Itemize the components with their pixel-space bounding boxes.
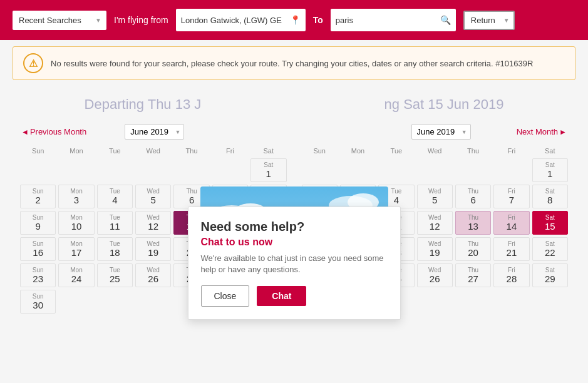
prev-month-nav[interactable]: ◄ Previous Month — [21, 127, 86, 136]
day-number: 2 — [36, 195, 41, 205]
day-cell[interactable]: Wed26 — [135, 263, 171, 287]
calendar-cell[interactable]: Tue25 — [96, 262, 134, 289]
calendar-cell[interactable]: Mon10 — [57, 210, 95, 236]
calendar-cell[interactable]: Tue11 — [96, 210, 134, 236]
day-cell[interactable]: Sat8 — [532, 185, 568, 208]
left-month-wrapper[interactable]: June 2019 — [125, 124, 184, 140]
calendar-cell[interactable]: Wed26 — [416, 262, 454, 289]
chat-button[interactable]: Chat — [257, 286, 306, 306]
day-cell[interactable]: Wed12 — [417, 211, 453, 235]
right-month-select[interactable]: June 2019 — [411, 124, 471, 140]
left-month-select[interactable]: June 2019 — [125, 124, 184, 140]
calendar-cell[interactable]: Sat15 — [531, 210, 569, 236]
day-cell[interactable]: Thu6 — [455, 185, 491, 208]
calendar-cell[interactable]: Sat1 — [249, 157, 287, 183]
calendar-cell[interactable]: Wed12 — [134, 210, 172, 236]
day-of-week-header: Sun — [19, 145, 57, 157]
calendar-cell[interactable]: Thu6 — [454, 183, 492, 210]
calendar-cell[interactable]: Mon17 — [57, 236, 95, 262]
right-month-wrapper[interactable]: June 2019 — [411, 124, 471, 140]
close-button[interactable]: Close — [201, 285, 250, 307]
origin-input-wrapper[interactable]: 📍 — [176, 9, 306, 31]
day-cell[interactable]: Wed5 — [417, 185, 453, 208]
day-cell[interactable]: Sat1 — [532, 158, 568, 182]
day-label: Fri — [508, 240, 515, 247]
calendar-cell — [301, 157, 339, 183]
day-cell[interactable]: Mon24 — [58, 263, 94, 287]
day-cell[interactable]: Fri7 — [493, 185, 529, 208]
day-label: Mon — [70, 267, 82, 273]
recent-searches-select[interactable]: Recent Searches — [13, 11, 106, 30]
calendar-cell[interactable]: Tue18 — [96, 236, 134, 262]
calendar-cell[interactable]: Thu27 — [454, 262, 492, 289]
day-label: Tue — [391, 188, 401, 195]
day-cell[interactable]: Tue4 — [97, 185, 133, 208]
calendar-cell[interactable]: Mon24 — [57, 262, 95, 289]
day-cell[interactable]: Wed5 — [135, 185, 171, 208]
day-cell[interactable]: Sun9 — [20, 211, 56, 235]
day-cell[interactable]: Sun23 — [20, 263, 56, 287]
day-cell[interactable]: Wed12 — [135, 211, 171, 235]
day-cell[interactable]: Sun2 — [20, 185, 56, 208]
calendar-cell[interactable]: Sat29 — [531, 262, 569, 289]
day-cell[interactable]: Wed19 — [417, 237, 453, 261]
calendar-cell[interactable]: Wed5 — [416, 183, 454, 210]
calendar-cell[interactable]: Thu20 — [454, 236, 492, 262]
next-month-nav[interactable]: Next Month ► — [517, 127, 567, 136]
day-cell[interactable]: Fri14 — [493, 211, 529, 235]
help-popup: Need some help? Chat to us now We're ava… — [188, 207, 401, 320]
calendar-cell[interactable]: Sun9 — [19, 210, 57, 236]
calendar-cell[interactable]: Sat8 — [531, 183, 569, 210]
day-cell[interactable]: Wed26 — [417, 263, 453, 287]
calendar-cell[interactable]: Tue4 — [96, 183, 134, 210]
day-cell[interactable]: Sat1 — [250, 158, 286, 182]
day-cell[interactable]: Tue18 — [97, 237, 133, 261]
help-chat-link[interactable]: Chat to us now — [201, 237, 388, 248]
day-cell[interactable]: Fri28 — [493, 263, 529, 287]
calendar-cell[interactable]: Mon3 — [57, 183, 95, 210]
calendar-cell — [454, 157, 492, 183]
calendar-cell[interactable]: Fri14 — [492, 210, 530, 236]
calendar-cell[interactable]: Wed19 — [416, 236, 454, 262]
calendar-cell[interactable]: Fri7 — [492, 183, 530, 210]
day-cell[interactable]: Tue11 — [97, 211, 133, 235]
origin-input[interactable] — [181, 16, 287, 25]
return-select[interactable]: Return — [463, 11, 515, 30]
day-cell[interactable]: Fri21 — [493, 237, 529, 261]
day-cell[interactable]: Sat29 — [532, 263, 568, 287]
day-label: Thu — [186, 188, 197, 195]
calendar-cell[interactable]: Wed26 — [134, 262, 172, 289]
calendar-cell[interactable]: Wed5 — [134, 183, 172, 210]
calendar-cell[interactable]: Fri21 — [492, 236, 530, 262]
day-cell[interactable]: Wed19 — [135, 237, 171, 261]
day-number: 4 — [112, 195, 117, 205]
day-cell[interactable]: Tue25 — [97, 263, 133, 287]
calendar-cell[interactable]: Fri28 — [492, 262, 530, 289]
calendar-cell[interactable]: Sun2 — [19, 183, 57, 210]
day-cell[interactable]: Sat15 — [532, 211, 568, 235]
calendar-cell[interactable]: Sun30 — [19, 289, 57, 315]
calendar-cell — [492, 289, 530, 315]
destination-input-wrapper[interactable]: 🔍 — [331, 9, 456, 31]
calendar-cell[interactable]: Sat22 — [531, 236, 569, 262]
destination-input[interactable] — [336, 16, 438, 25]
calendar-cell[interactable]: Wed12 — [416, 210, 454, 236]
day-cell[interactable]: Thu13 — [455, 211, 491, 235]
calendar-cell[interactable]: Thu13 — [454, 210, 492, 236]
day-label: Wed — [428, 214, 441, 221]
day-cell[interactable]: Sun16 — [20, 237, 56, 261]
day-cell[interactable]: Mon17 — [58, 237, 94, 261]
day-label: Fri — [508, 188, 515, 195]
calendar-cell[interactable]: Wed19 — [134, 236, 172, 262]
calendar-cell[interactable]: Sun16 — [19, 236, 57, 262]
day-cell[interactable]: Mon3 — [58, 185, 94, 208]
day-cell[interactable]: Mon10 — [58, 211, 94, 235]
return-select-wrapper[interactable]: Return — [463, 11, 515, 30]
day-cell[interactable]: Sun30 — [20, 290, 56, 314]
calendar-cell[interactable]: Sat1 — [531, 157, 569, 183]
calendar-cell[interactable]: Sun23 — [19, 262, 57, 289]
day-cell[interactable]: Thu27 — [455, 263, 491, 287]
day-cell[interactable]: Thu20 — [455, 237, 491, 261]
recent-searches-wrapper[interactable]: Recent Searches — [13, 11, 106, 30]
day-cell[interactable]: Sat22 — [532, 237, 568, 261]
